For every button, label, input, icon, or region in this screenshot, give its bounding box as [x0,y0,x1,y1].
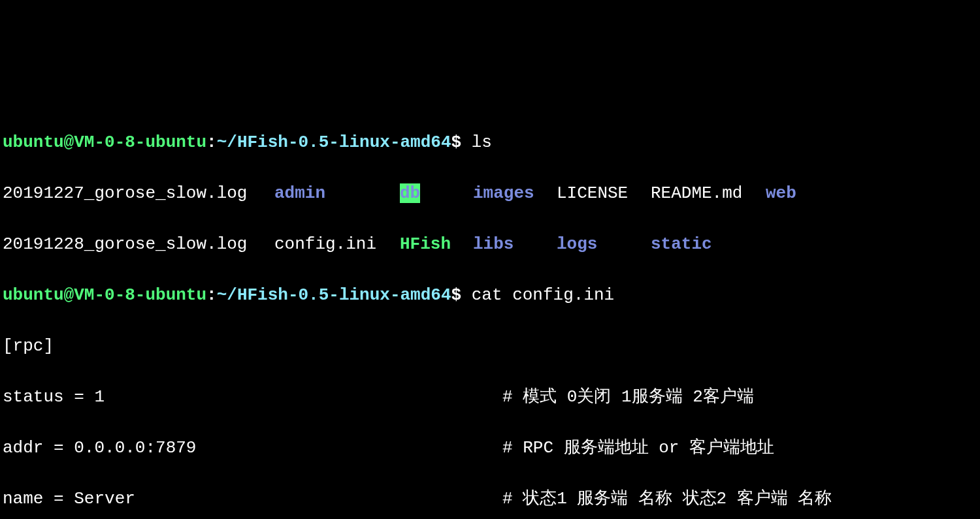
prompt-line-1: ubuntu@VM-0-8-ubuntu:~/HFish-0.5-linux-a… [3,130,977,155]
dir-db: db [400,183,420,203]
command-cat: cat config.ini [472,285,614,305]
cfg-status: status = 1# 模式 0关闭 1服务端 2客户端 [3,385,977,410]
dir-libs: libs [473,232,557,257]
cfg-rpc-section: [rpc] [3,334,977,359]
ls-row-2: 20191228_gorose_slow.logconfig.iniHFishl… [3,232,977,257]
cfg-addr1: addr = 0.0.0.0:7879# RPC 服务端地址 or 客户端地址 [3,435,977,461]
file-config: config.ini [274,232,400,257]
prompt-user: ubuntu@VM-0-8-ubuntu [3,133,206,152]
prompt-path: ~/HFish-0.5-linux-amd64 [217,133,451,152]
dir-db-wrapper: db [400,181,473,206]
exec-hfish: HFish [400,232,473,257]
command-ls: ls [472,133,492,152]
ls-row-1: 20191227_gorose_slow.logadmindbimagesLIC… [3,181,977,206]
terminal-output[interactable]: ubuntu@VM-0-8-ubuntu:~/HFish-0.5-linux-a… [3,104,977,519]
prompt-dollar: $ [451,133,462,152]
dir-logs: logs [557,232,651,257]
dir-admin: admin [274,181,400,206]
dir-images: images [473,181,557,206]
prompt-dollar-2: $ [451,285,462,305]
dir-static: static [651,232,766,257]
prompt-line-2: ubuntu@VM-0-8-ubuntu:~/HFish-0.5-linux-a… [3,283,977,308]
dir-web: web [766,183,796,203]
file-log2: 20191228_gorose_slow.log [3,232,274,257]
prompt-path-2: ~/HFish-0.5-linux-amd64 [217,285,451,305]
cfg-name: name = Server# 状态1 服务端 名称 状态2 客户端 名称 [3,486,977,512]
file-license: LICENSE [557,181,651,206]
prompt-user-2: ubuntu@VM-0-8-ubuntu [3,285,206,305]
file-readme: README.md [651,181,766,206]
file-log1: 20191227_gorose_slow.log [3,181,274,206]
